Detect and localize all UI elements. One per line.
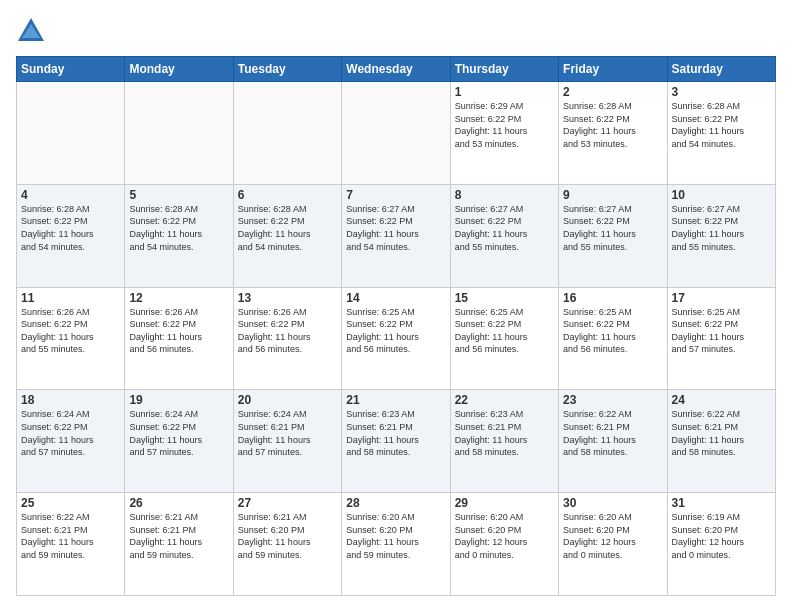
calendar-cell: 1Sunrise: 6:29 AM Sunset: 6:22 PM Daylig…: [450, 82, 558, 185]
day-info: Sunrise: 6:23 AM Sunset: 6:21 PM Dayligh…: [346, 408, 445, 458]
day-number: 23: [563, 393, 662, 407]
calendar-cell: 5Sunrise: 6:28 AM Sunset: 6:22 PM Daylig…: [125, 184, 233, 287]
day-number: 19: [129, 393, 228, 407]
calendar-cell: 3Sunrise: 6:28 AM Sunset: 6:22 PM Daylig…: [667, 82, 775, 185]
calendar-cell: 28Sunrise: 6:20 AM Sunset: 6:20 PM Dayli…: [342, 493, 450, 596]
calendar-cell: 23Sunrise: 6:22 AM Sunset: 6:21 PM Dayli…: [559, 390, 667, 493]
calendar-week-row: 11Sunrise: 6:26 AM Sunset: 6:22 PM Dayli…: [17, 287, 776, 390]
calendar-cell: [125, 82, 233, 185]
day-info: Sunrise: 6:28 AM Sunset: 6:22 PM Dayligh…: [672, 100, 771, 150]
calendar-cell: 13Sunrise: 6:26 AM Sunset: 6:22 PM Dayli…: [233, 287, 341, 390]
day-number: 31: [672, 496, 771, 510]
calendar-cell: 27Sunrise: 6:21 AM Sunset: 6:20 PM Dayli…: [233, 493, 341, 596]
day-info: Sunrise: 6:22 AM Sunset: 6:21 PM Dayligh…: [563, 408, 662, 458]
calendar-week-row: 18Sunrise: 6:24 AM Sunset: 6:22 PM Dayli…: [17, 390, 776, 493]
day-info: Sunrise: 6:20 AM Sunset: 6:20 PM Dayligh…: [563, 511, 662, 561]
day-number: 3: [672, 85, 771, 99]
day-info: Sunrise: 6:19 AM Sunset: 6:20 PM Dayligh…: [672, 511, 771, 561]
weekday-header: Wednesday: [342, 57, 450, 82]
logo: [16, 16, 50, 46]
calendar-cell: 8Sunrise: 6:27 AM Sunset: 6:22 PM Daylig…: [450, 184, 558, 287]
day-number: 9: [563, 188, 662, 202]
calendar-cell: 11Sunrise: 6:26 AM Sunset: 6:22 PM Dayli…: [17, 287, 125, 390]
calendar-cell: 21Sunrise: 6:23 AM Sunset: 6:21 PM Dayli…: [342, 390, 450, 493]
day-number: 7: [346, 188, 445, 202]
calendar-cell: 17Sunrise: 6:25 AM Sunset: 6:22 PM Dayli…: [667, 287, 775, 390]
weekday-header: Tuesday: [233, 57, 341, 82]
day-info: Sunrise: 6:27 AM Sunset: 6:22 PM Dayligh…: [346, 203, 445, 253]
day-number: 28: [346, 496, 445, 510]
day-number: 11: [21, 291, 120, 305]
day-number: 22: [455, 393, 554, 407]
day-number: 18: [21, 393, 120, 407]
weekday-header: Saturday: [667, 57, 775, 82]
day-info: Sunrise: 6:22 AM Sunset: 6:21 PM Dayligh…: [21, 511, 120, 561]
day-number: 29: [455, 496, 554, 510]
day-info: Sunrise: 6:25 AM Sunset: 6:22 PM Dayligh…: [672, 306, 771, 356]
logo-icon: [16, 16, 46, 46]
page: SundayMondayTuesdayWednesdayThursdayFrid…: [0, 0, 792, 612]
calendar-cell: 14Sunrise: 6:25 AM Sunset: 6:22 PM Dayli…: [342, 287, 450, 390]
day-number: 30: [563, 496, 662, 510]
calendar-cell: 22Sunrise: 6:23 AM Sunset: 6:21 PM Dayli…: [450, 390, 558, 493]
weekday-header: Sunday: [17, 57, 125, 82]
day-info: Sunrise: 6:28 AM Sunset: 6:22 PM Dayligh…: [238, 203, 337, 253]
calendar-cell: 10Sunrise: 6:27 AM Sunset: 6:22 PM Dayli…: [667, 184, 775, 287]
day-number: 5: [129, 188, 228, 202]
calendar-cell: 16Sunrise: 6:25 AM Sunset: 6:22 PM Dayli…: [559, 287, 667, 390]
calendar-cell: 29Sunrise: 6:20 AM Sunset: 6:20 PM Dayli…: [450, 493, 558, 596]
calendar-week-row: 25Sunrise: 6:22 AM Sunset: 6:21 PM Dayli…: [17, 493, 776, 596]
day-number: 20: [238, 393, 337, 407]
day-number: 25: [21, 496, 120, 510]
calendar-cell: 7Sunrise: 6:27 AM Sunset: 6:22 PM Daylig…: [342, 184, 450, 287]
calendar-cell: [17, 82, 125, 185]
day-info: Sunrise: 6:26 AM Sunset: 6:22 PM Dayligh…: [129, 306, 228, 356]
calendar-cell: 20Sunrise: 6:24 AM Sunset: 6:21 PM Dayli…: [233, 390, 341, 493]
day-info: Sunrise: 6:25 AM Sunset: 6:22 PM Dayligh…: [563, 306, 662, 356]
day-info: Sunrise: 6:26 AM Sunset: 6:22 PM Dayligh…: [238, 306, 337, 356]
day-number: 26: [129, 496, 228, 510]
day-info: Sunrise: 6:25 AM Sunset: 6:22 PM Dayligh…: [455, 306, 554, 356]
day-number: 16: [563, 291, 662, 305]
calendar-cell: 31Sunrise: 6:19 AM Sunset: 6:20 PM Dayli…: [667, 493, 775, 596]
day-number: 6: [238, 188, 337, 202]
day-info: Sunrise: 6:21 AM Sunset: 6:20 PM Dayligh…: [238, 511, 337, 561]
calendar-cell: 30Sunrise: 6:20 AM Sunset: 6:20 PM Dayli…: [559, 493, 667, 596]
calendar-week-row: 4Sunrise: 6:28 AM Sunset: 6:22 PM Daylig…: [17, 184, 776, 287]
day-number: 14: [346, 291, 445, 305]
day-info: Sunrise: 6:21 AM Sunset: 6:21 PM Dayligh…: [129, 511, 228, 561]
day-info: Sunrise: 6:20 AM Sunset: 6:20 PM Dayligh…: [455, 511, 554, 561]
day-info: Sunrise: 6:29 AM Sunset: 6:22 PM Dayligh…: [455, 100, 554, 150]
day-number: 13: [238, 291, 337, 305]
calendar-cell: [342, 82, 450, 185]
weekday-header-row: SundayMondayTuesdayWednesdayThursdayFrid…: [17, 57, 776, 82]
day-info: Sunrise: 6:28 AM Sunset: 6:22 PM Dayligh…: [21, 203, 120, 253]
day-info: Sunrise: 6:28 AM Sunset: 6:22 PM Dayligh…: [563, 100, 662, 150]
weekday-header: Thursday: [450, 57, 558, 82]
day-info: Sunrise: 6:23 AM Sunset: 6:21 PM Dayligh…: [455, 408, 554, 458]
calendar-cell: 24Sunrise: 6:22 AM Sunset: 6:21 PM Dayli…: [667, 390, 775, 493]
day-info: Sunrise: 6:25 AM Sunset: 6:22 PM Dayligh…: [346, 306, 445, 356]
day-number: 24: [672, 393, 771, 407]
day-number: 1: [455, 85, 554, 99]
calendar-cell: 15Sunrise: 6:25 AM Sunset: 6:22 PM Dayli…: [450, 287, 558, 390]
day-info: Sunrise: 6:24 AM Sunset: 6:21 PM Dayligh…: [238, 408, 337, 458]
day-number: 12: [129, 291, 228, 305]
header: [16, 16, 776, 46]
day-number: 10: [672, 188, 771, 202]
day-info: Sunrise: 6:26 AM Sunset: 6:22 PM Dayligh…: [21, 306, 120, 356]
day-info: Sunrise: 6:27 AM Sunset: 6:22 PM Dayligh…: [455, 203, 554, 253]
weekday-header: Friday: [559, 57, 667, 82]
calendar-cell: [233, 82, 341, 185]
day-number: 2: [563, 85, 662, 99]
day-info: Sunrise: 6:20 AM Sunset: 6:20 PM Dayligh…: [346, 511, 445, 561]
calendar-cell: 18Sunrise: 6:24 AM Sunset: 6:22 PM Dayli…: [17, 390, 125, 493]
calendar-cell: 25Sunrise: 6:22 AM Sunset: 6:21 PM Dayli…: [17, 493, 125, 596]
day-info: Sunrise: 6:27 AM Sunset: 6:22 PM Dayligh…: [563, 203, 662, 253]
day-info: Sunrise: 6:22 AM Sunset: 6:21 PM Dayligh…: [672, 408, 771, 458]
day-number: 21: [346, 393, 445, 407]
day-number: 4: [21, 188, 120, 202]
day-info: Sunrise: 6:28 AM Sunset: 6:22 PM Dayligh…: [129, 203, 228, 253]
day-number: 8: [455, 188, 554, 202]
weekday-header: Monday: [125, 57, 233, 82]
